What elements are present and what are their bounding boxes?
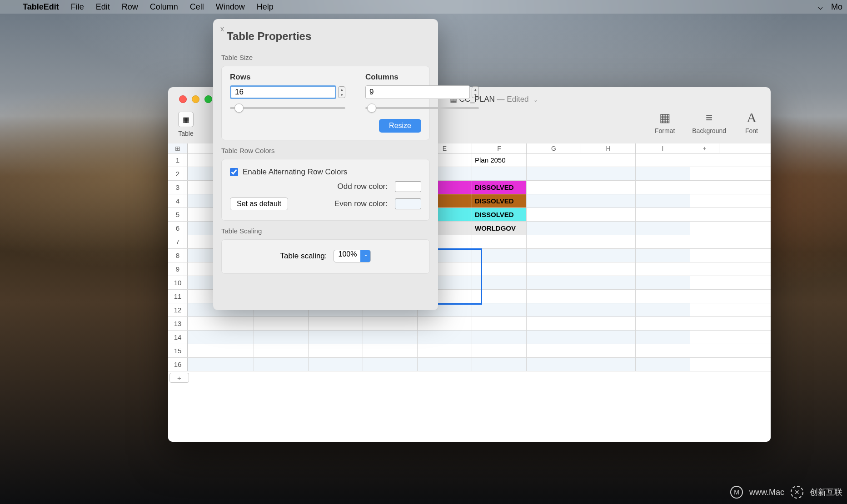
row-header[interactable]: 3 (168, 181, 188, 194)
cell[interactable] (309, 331, 363, 344)
columns-stepper[interactable]: ▴▾ (472, 86, 479, 98)
cell[interactable] (527, 276, 581, 289)
cell[interactable] (527, 317, 581, 330)
cell[interactable] (527, 249, 581, 262)
row-header[interactable]: 13 (168, 317, 188, 330)
cell[interactable] (636, 235, 690, 248)
cell[interactable] (472, 290, 527, 303)
cell[interactable] (527, 358, 581, 371)
columns-input[interactable] (365, 85, 470, 99)
cell[interactable] (472, 358, 527, 371)
cell[interactable] (636, 249, 690, 262)
menu-row[interactable]: Row (122, 2, 138, 12)
col-H[interactable]: H (581, 143, 636, 153)
cell[interactable] (636, 344, 690, 357)
cell[interactable] (309, 317, 363, 330)
cell[interactable] (636, 358, 690, 371)
cell[interactable] (527, 208, 581, 221)
cell[interactable] (636, 194, 690, 208)
rows-stepper[interactable]: ▴▾ (338, 86, 345, 98)
cell[interactable] (581, 153, 636, 167)
cell[interactable] (527, 181, 581, 194)
cell[interactable] (581, 167, 636, 180)
close-button[interactable] (179, 95, 187, 103)
row-header[interactable]: 1 (168, 153, 188, 167)
cell[interactable] (581, 344, 636, 357)
cell[interactable] (472, 276, 527, 289)
row-header[interactable]: 2 (168, 167, 188, 180)
cell[interactable] (581, 317, 636, 330)
format-button[interactable]: ▦ Format (655, 111, 675, 134)
cell[interactable] (636, 222, 690, 235)
cell[interactable] (254, 344, 309, 357)
cell[interactable] (188, 331, 254, 344)
cell[interactable] (636, 181, 690, 194)
cell[interactable] (309, 358, 363, 371)
cell[interactable] (636, 167, 690, 180)
cell[interactable] (254, 317, 309, 330)
cell[interactable] (636, 276, 690, 289)
cell[interactable] (581, 262, 636, 276)
rows-input[interactable] (230, 85, 336, 99)
row-header[interactable]: 8 (168, 249, 188, 262)
cell[interactable] (472, 344, 527, 357)
chevron-down-icon[interactable]: ⌄ (533, 97, 538, 103)
row-header[interactable]: 10 (168, 276, 188, 289)
cell[interactable] (581, 276, 636, 289)
menu-help[interactable]: Help (257, 2, 274, 12)
col-F[interactable]: F (472, 143, 527, 153)
cell[interactable] (527, 262, 581, 276)
cell[interactable] (636, 153, 690, 167)
row-header[interactable]: 5 (168, 208, 188, 221)
row-header[interactable]: 4 (168, 194, 188, 208)
cell[interactable] (527, 153, 581, 167)
cell[interactable] (472, 235, 527, 248)
cell[interactable] (636, 317, 690, 330)
menu-date[interactable]: Mo (831, 2, 842, 12)
menu-column[interactable]: Column (150, 2, 178, 12)
cell[interactable] (527, 222, 581, 235)
cell[interactable] (527, 235, 581, 248)
cell[interactable] (581, 235, 636, 248)
rows-slider[interactable] (230, 104, 345, 113)
cell[interactable] (581, 249, 636, 262)
cell[interactable]: WORLDGOV (472, 222, 527, 235)
col-I[interactable]: I (636, 143, 690, 153)
cell[interactable] (581, 358, 636, 371)
columns-slider[interactable] (365, 104, 479, 113)
toolbar-table[interactable]: ▦ Table (178, 111, 194, 137)
popover-close-button[interactable]: x (220, 25, 224, 33)
add-column-button[interactable]: + (690, 143, 719, 153)
cell[interactable] (254, 331, 309, 344)
menu-app[interactable]: TableEdit (23, 2, 59, 12)
cell[interactable] (418, 317, 472, 330)
cell[interactable] (472, 317, 527, 330)
cell[interactable] (363, 358, 418, 371)
row-header[interactable]: 16 (168, 358, 188, 371)
cell[interactable] (527, 344, 581, 357)
row-header[interactable]: 9 (168, 262, 188, 276)
table-tool-icon[interactable]: ▦ (178, 112, 194, 127)
cell[interactable] (581, 222, 636, 235)
row-header[interactable]: 12 (168, 303, 188, 316)
background-button[interactable]: ≡ Background (692, 111, 726, 134)
scaling-select[interactable]: 100% (334, 250, 371, 262)
cell[interactable] (527, 290, 581, 303)
cell[interactable] (581, 181, 636, 194)
cell[interactable] (636, 290, 690, 303)
row-header[interactable]: 14 (168, 331, 188, 344)
cell[interactable] (636, 208, 690, 221)
cell[interactable] (309, 344, 363, 357)
cell[interactable]: DISSOLVED (472, 181, 527, 194)
font-button[interactable]: A Font (743, 111, 760, 134)
menu-window[interactable]: Window (216, 2, 245, 12)
cell[interactable] (418, 358, 472, 371)
cell[interactable] (636, 331, 690, 344)
wifi-icon[interactable]: ⌵ (818, 2, 823, 12)
cell[interactable] (472, 331, 527, 344)
cell[interactable]: Plan 2050 (472, 153, 527, 167)
minimize-button[interactable] (192, 95, 199, 103)
cell[interactable] (636, 262, 690, 276)
cell[interactable] (472, 303, 527, 316)
cell[interactable] (527, 303, 581, 316)
